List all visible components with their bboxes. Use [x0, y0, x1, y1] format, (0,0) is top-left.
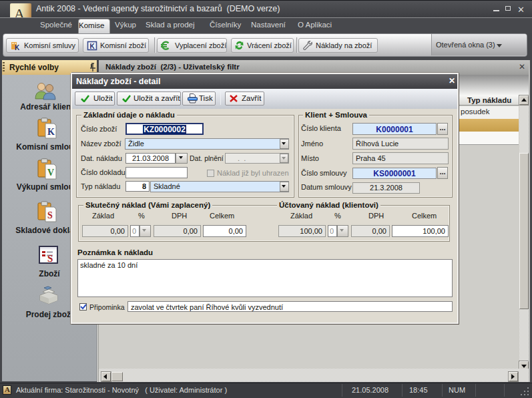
svg-text:V: V: [47, 168, 54, 178]
svg-text:S: S: [47, 253, 53, 264]
svg-text:K: K: [47, 127, 55, 137]
svg-text:K: K: [15, 44, 20, 51]
svg-text:K: K: [90, 43, 95, 50]
svg-text:S: S: [47, 210, 53, 220]
